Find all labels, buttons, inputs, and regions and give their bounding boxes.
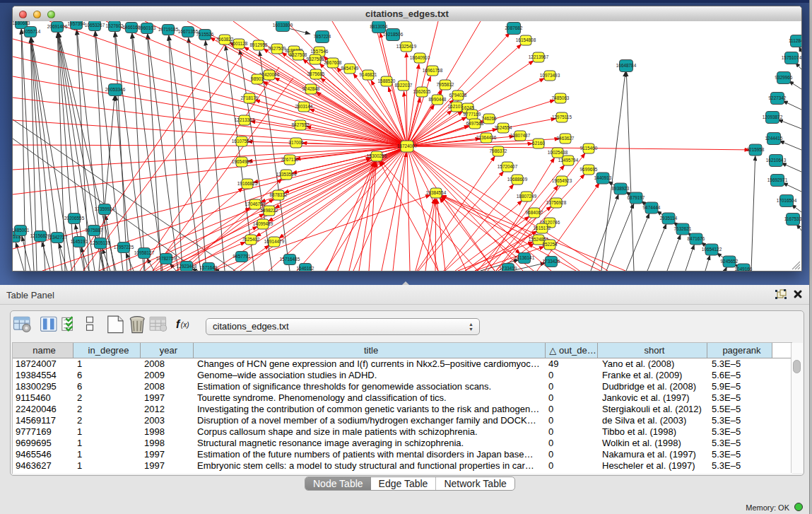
svg-text:14136141: 14136141 (514, 255, 535, 260)
svg-text:98901: 98901 (251, 76, 264, 81)
svg-text:16210643: 16210643 (766, 158, 787, 163)
svg-text:8471676: 8471676 (688, 236, 705, 241)
svg-text:10719185: 10719185 (158, 27, 179, 32)
svg-text:7857224: 7857224 (314, 34, 331, 39)
svg-text:9327508: 9327508 (307, 57, 324, 62)
svg-text:10958127: 10958127 (134, 250, 155, 255)
svg-text:2867608: 2867608 (324, 60, 342, 65)
svg-text:2087682: 2087682 (505, 25, 523, 30)
svg-text:10653267: 10653267 (85, 23, 105, 28)
svg-text:19654985: 19654985 (232, 159, 252, 164)
svg-text:2803144: 2803144 (295, 104, 313, 109)
svg-text:15751074: 15751074 (782, 55, 801, 60)
svg-text:8960103: 8960103 (139, 25, 156, 30)
svg-text:7986372: 7986372 (490, 148, 507, 153)
svg-text:16671355: 16671355 (178, 29, 199, 34)
svg-text:14099489: 14099489 (253, 221, 273, 226)
svg-text:1680683: 1680683 (13, 21, 30, 25)
svg-text:1571648: 1571648 (200, 265, 218, 270)
svg-text:1557546: 1557546 (311, 49, 329, 54)
svg-text:9327509: 9327509 (269, 46, 286, 51)
svg-text:8322037: 8322037 (395, 83, 413, 88)
svg-text:8454749: 8454749 (341, 66, 359, 71)
svg-text:9975887: 9975887 (86, 228, 103, 233)
svg-text:746266: 746266 (481, 116, 497, 121)
svg-text:10973493: 10973493 (540, 73, 560, 78)
svg-text:16914479: 16914479 (264, 239, 285, 244)
svg-text:8427552: 8427552 (292, 122, 310, 127)
svg-text:9457791: 9457791 (233, 254, 251, 259)
svg-text:16961758: 16961758 (423, 68, 443, 73)
svg-text:8938923: 8938923 (612, 186, 630, 191)
svg-text:9463627: 9463627 (557, 136, 575, 141)
svg-text:8990448: 8990448 (429, 97, 447, 102)
svg-text:1615172: 1615172 (534, 226, 551, 230)
svg-text:13495794: 13495794 (558, 158, 579, 163)
svg-text:12923448: 12923448 (177, 264, 197, 269)
svg-text:9684067: 9684067 (526, 210, 543, 215)
svg-text:1440913: 1440913 (594, 175, 612, 180)
svg-text:1733419: 1733419 (500, 266, 517, 271)
svg-text:16033809: 16033809 (273, 23, 293, 28)
svg-text:8878332: 8878332 (270, 192, 288, 197)
svg-text:14055714: 14055714 (20, 29, 41, 34)
svg-text:2935114: 2935114 (660, 216, 678, 221)
svg-text:1244415: 1244415 (765, 136, 783, 141)
svg-text:9146821: 9146821 (360, 72, 377, 77)
svg-text:18300295: 18300295 (367, 153, 387, 158)
svg-text:15720407: 15720407 (498, 164, 518, 169)
svg-text:17016504: 17016504 (777, 198, 797, 203)
svg-text:13353594: 13353594 (276, 172, 297, 177)
svg-text:(x): (x) (181, 321, 189, 329)
svg-text:15716485: 15716485 (280, 257, 300, 262)
svg-text:1733426: 1733426 (543, 259, 560, 264)
svg-text:20053346: 20053346 (105, 87, 126, 92)
svg-text:18640910: 18640910 (410, 55, 430, 60)
svg-text:8912958: 8912958 (250, 42, 268, 47)
svg-text:12213363: 12213363 (235, 117, 255, 122)
svg-text:3624554: 3624554 (495, 125, 512, 130)
svg-text:1485001: 1485001 (13, 228, 30, 233)
svg-text:1112843: 1112843 (789, 38, 801, 43)
svg-text:1167533: 1167533 (784, 216, 801, 221)
svg-text:16154808: 16154808 (516, 37, 536, 42)
svg-text:10688609: 10688609 (507, 177, 528, 182)
svg-text:10654122: 10654122 (702, 247, 722, 252)
svg-text:12093872: 12093872 (763, 115, 783, 119)
svg-text:317006: 317006 (288, 140, 304, 145)
svg-text:7625402: 7625402 (242, 237, 260, 242)
svg-text:17359924: 17359924 (95, 206, 115, 211)
svg-text:6794028: 6794028 (449, 93, 467, 98)
svg-text:1049166: 1049166 (735, 267, 753, 271)
svg-text:9699695: 9699695 (580, 167, 598, 172)
svg-text:1527602: 1527602 (106, 23, 124, 28)
svg-text:18807249: 18807249 (517, 194, 537, 199)
svg-text:9601128: 9601128 (230, 41, 248, 46)
svg-text:9474444: 9474444 (643, 205, 661, 210)
svg-text:12505135: 12505135 (90, 240, 111, 245)
svg-text:20691406: 20691406 (47, 24, 68, 29)
svg-text:3215958: 3215958 (747, 147, 765, 152)
svg-text:1145191: 1145191 (71, 239, 88, 244)
svg-text:1957394: 1957394 (68, 21, 86, 26)
svg-text:9242848: 9242848 (302, 86, 320, 91)
svg-text:5498222: 5498222 (261, 208, 278, 213)
svg-text:17046798: 17046798 (245, 201, 266, 206)
svg-text:7632621: 7632621 (674, 226, 692, 231)
svg-text:9245652: 9245652 (721, 259, 739, 264)
svg-text:7485063: 7485063 (552, 95, 570, 100)
svg-text:9115460: 9115460 (580, 146, 598, 151)
svg-text:19384554: 19384554 (426, 190, 447, 195)
svg-text:3875685: 3875685 (307, 71, 325, 76)
svg-text:1546162: 1546162 (297, 266, 314, 271)
svg-text:10807487: 10807487 (510, 133, 531, 138)
svg-text:17957225: 17957225 (114, 245, 134, 250)
svg-text:10025438: 10025438 (548, 150, 568, 155)
svg-text:1588520: 1588520 (378, 78, 396, 83)
svg-text:19654923: 19654923 (552, 178, 572, 183)
svg-text:7515526: 7515526 (196, 32, 214, 37)
svg-text:10756928: 10756928 (546, 200, 567, 205)
svg-text:1362615: 1362615 (413, 89, 431, 94)
svg-text:19166825: 19166825 (237, 181, 258, 186)
svg-text:2718176: 2718176 (241, 95, 259, 100)
